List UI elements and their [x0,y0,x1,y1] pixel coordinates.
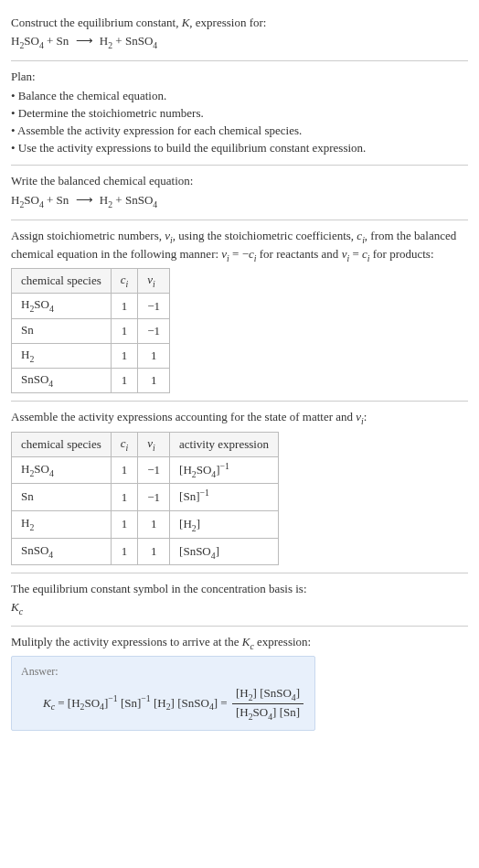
ci-cell: 1 [111,294,138,318]
reaction-arrow: ⟶ [76,34,93,48]
table-row: Sn 1 −1 [12,318,170,343]
plus-2: + [115,193,122,207]
table-row: SnSO4 1 1 [12,369,170,393]
activity-cell: [SnSO4] [170,538,279,565]
species-cell: H2SO4 [12,456,112,484]
table-row: SnSO4 1 1 [SnSO4] [12,538,279,565]
nui-cell: 1 [138,511,170,539]
activity-section: Assemble the activity expressions accoun… [11,402,468,573]
prompt-part-b: , expression for: [189,16,266,29]
ci-cell: 1 [111,456,138,484]
plan-bullet-4: • Use the activity expressions to build … [11,140,468,156]
unbalanced-equation: H2SO4 + Sn ⟶ H2 + SnSO4 [11,33,468,51]
answer-box: Answer: Kc = [H2SO4]−1 [Sn]−1 [H2] [SnSO… [11,656,315,731]
plan-section: Plan: • Balance the chemical equation. •… [11,61,468,166]
denominator: [H2SO4] [Sn] [232,704,303,723]
reactant-2: Sn [57,34,69,48]
answer-section: Mulitply the activity expressions to arr… [11,627,468,739]
stoich-section: Assign stoichiometric numbers, νi, using… [11,220,468,402]
reactant-2: Sn [57,193,69,207]
col-species: chemical species [12,432,112,456]
ci-cell: 1 [111,343,138,368]
col-ci: ci [111,269,138,294]
symbol-heading: The equilibrium constant symbol in the c… [11,581,468,597]
table-row: Sn 1 −1 [Sn]−1 [12,484,279,511]
activity-table: chemical species ci νi activity expressi… [11,432,279,565]
nui-cell: 1 [138,369,170,393]
ci-cell: 1 [111,538,138,565]
kc-symbol: Kc [11,599,468,617]
species-cell: Sn [12,484,112,511]
plan-bullet-2: • Determine the stoichiometric numbers. [11,105,468,122]
activity-cell: [H2SO4]−1 [170,456,279,484]
stoich-table: chemical species ci νi H2SO4 1 −1 Sn 1 −… [11,268,170,393]
ci-cell: 1 [111,318,138,343]
reactant-1: H2SO4 [11,34,44,48]
table-header-row: chemical species ci νi [12,269,170,294]
reaction-arrow: ⟶ [76,193,93,207]
product-1: H2 [100,193,112,207]
nui-cell: −1 [138,484,170,511]
ci-cell: 1 [111,511,138,539]
species-cell: SnSO4 [12,369,112,393]
plus-2: + [115,34,122,48]
fraction: [H2] [SnSO4][H2SO4] [Sn] [232,685,303,723]
col-nui: νi [138,432,170,456]
activity-heading: Assemble the activity expressions accoun… [11,409,468,427]
activity-cell: [Sn]−1 [170,484,279,511]
nui-cell: 1 [138,538,170,565]
prompt-part-a: Construct the equilibrium constant, [11,16,182,29]
product-2: SnSO4 [125,34,157,48]
table-row: H2SO4 1 −1 [12,294,170,318]
col-ci: ci [111,432,138,456]
answer-label: Answer: [21,664,305,680]
col-activity: activity expression [170,432,279,456]
nui-cell: −1 [138,294,170,318]
plan-bullet-3: • Assemble the activity expression for e… [11,123,468,139]
table-header-row: chemical species ci νi activity expressi… [12,432,279,456]
symbol-section: The equilibrium constant symbol in the c… [11,573,468,626]
product-1: H2 [100,34,112,48]
nui-cell: −1 [138,456,170,484]
reactant-1: H2SO4 [11,193,44,207]
table-row: H2SO4 1 −1 [H2SO4]−1 [12,456,279,484]
plus-1: + [47,193,53,207]
col-nui: νi [138,269,170,294]
species-cell: H2 [12,343,112,368]
balanced-section: Write the balanced chemical equation: H2… [11,166,468,220]
balanced-equation: H2SO4 + Sn ⟶ H2 + SnSO4 [11,192,468,210]
nui-cell: −1 [138,318,170,343]
stoich-heading: Assign stoichiometric numbers, νi, using… [11,228,468,264]
table-row: H2 1 1 [H2] [12,511,279,539]
answer-heading: Mulitply the activity expressions to arr… [11,634,468,652]
species-cell: SnSO4 [12,538,112,565]
species-cell: H2SO4 [12,294,112,318]
table-row: H2 1 1 [12,343,170,368]
species-cell: Sn [12,318,112,343]
col-species: chemical species [12,269,112,294]
plan-bullet-1: • Balance the chemical equation. [11,88,468,104]
ci-cell: 1 [111,369,138,393]
prompt-section: Construct the equilibrium constant, K, e… [11,7,468,61]
plan-heading: Plan: [11,69,468,85]
plus-1: + [47,34,53,48]
nui-cell: 1 [138,343,170,368]
prompt-text: Construct the equilibrium constant, K, e… [11,15,468,31]
numerator: [H2] [SnSO4] [232,685,303,704]
plan-bullets: • Balance the chemical equation. • Deter… [11,88,468,157]
activity-cell: [H2] [170,511,279,539]
kc-expression: Kc = [H2SO4]−1 [Sn]−1 [H2] [SnSO4] = [H2… [21,685,305,723]
product-2: SnSO4 [125,193,157,207]
balanced-heading: Write the balanced chemical equation: [11,173,468,189]
species-cell: H2 [12,511,112,539]
ci-cell: 1 [111,484,138,511]
